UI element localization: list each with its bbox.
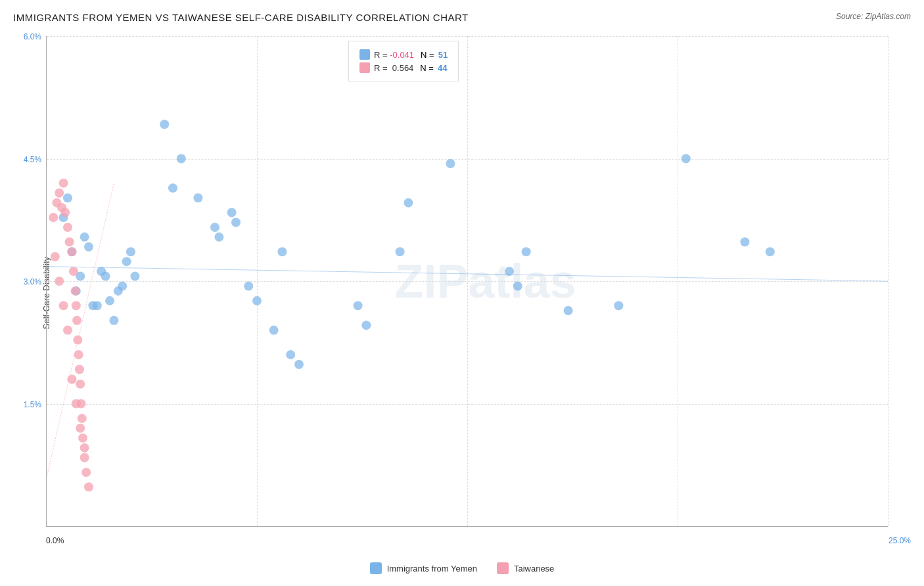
svg-point-67	[80, 453, 89, 462]
legend-row-1: R = -0.041 N = 51	[359, 49, 448, 60]
svg-point-77	[80, 443, 89, 453]
chart-title: IMMIGRANTS FROM YEMEN VS TAIWANESE SELF-…	[13, 12, 469, 23]
svg-point-54	[65, 237, 74, 246]
svg-point-75	[72, 399, 81, 409]
footer-item-taiwanese: Taiwanese	[497, 562, 554, 574]
legend-color-yemen	[359, 49, 370, 60]
chart-container: IMMIGRANTS FROM YEMEN VS TAIWANESE SELF-…	[0, 0, 924, 586]
footer-label-taiwanese: Taiwanese	[514, 564, 554, 574]
legend-n1-label: N =	[421, 50, 434, 60]
svg-point-70	[51, 252, 60, 261]
svg-point-60	[73, 336, 82, 345]
legend-r2: R = 0.564	[374, 63, 413, 73]
y-tick-45: 4.5%	[24, 155, 41, 164]
svg-point-59	[72, 316, 81, 325]
svg-point-58	[72, 301, 81, 310]
pink-dots	[47, 36, 888, 526]
y-tick-15: 1.5%	[24, 400, 41, 409]
svg-point-49	[55, 189, 64, 198]
footer-legend: Immigrants from Yemen Taiwanese	[0, 562, 924, 574]
svg-point-51	[59, 179, 68, 188]
chart-legend: R = -0.041 N = 51 R = 0.564 N = 44	[348, 41, 459, 81]
x-tick-25: 25.0%	[889, 536, 911, 545]
legend-row-2: R = 0.564 N = 44	[359, 62, 448, 73]
legend-r1: R = -0.041	[374, 50, 414, 60]
svg-point-63	[76, 380, 85, 389]
svg-point-69	[84, 482, 93, 491]
y-tick-6: 6.0%	[24, 32, 41, 41]
svg-point-72	[59, 301, 68, 310]
footer-item-yemen: Immigrants from Yemen	[370, 562, 477, 574]
x-tick-0: 0.0%	[46, 536, 64, 545]
svg-point-66	[78, 434, 87, 443]
svg-point-65	[78, 414, 87, 423]
footer-color-taiwanese	[497, 562, 509, 574]
svg-point-61	[74, 350, 83, 359]
legend-n1-value: 51	[438, 50, 448, 60]
svg-point-55	[67, 247, 76, 256]
svg-point-74	[67, 374, 76, 384]
svg-point-73	[63, 326, 72, 335]
footer-color-yemen	[370, 562, 382, 574]
legend-n2-value: 44	[438, 63, 447, 73]
footer-label-yemen: Immigrants from Yemen	[387, 564, 477, 574]
svg-point-76	[76, 424, 85, 433]
y-tick-3: 3.0%	[24, 277, 41, 286]
svg-point-57	[71, 286, 80, 296]
plot-area: ZIPatlas 6.0% 4.5% 3.0% 1.5%	[46, 36, 888, 527]
svg-point-62	[75, 365, 84, 374]
legend-n2-label: N =	[420, 63, 434, 73]
svg-point-47	[49, 213, 58, 222]
svg-point-68	[81, 468, 91, 477]
svg-point-52	[60, 208, 70, 217]
legend-color-taiwanese	[359, 62, 370, 73]
svg-point-71	[55, 277, 64, 286]
svg-point-56	[69, 267, 78, 276]
source-label: Source: ZipAtlas.com	[836, 12, 911, 21]
svg-point-53	[63, 223, 72, 232]
